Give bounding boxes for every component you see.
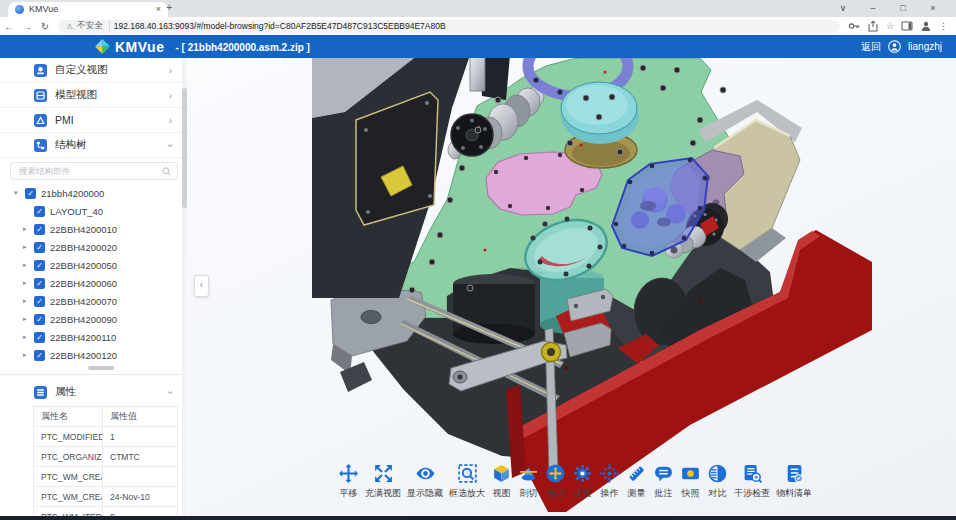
settings-icon [572,463,593,484]
side-panel-icon[interactable] [901,20,913,32]
tool-compare[interactable]: 对比 [707,463,728,500]
tree-item-label: 22BBH4200050 [50,260,117,271]
property-name: PTC_WM_CREATED_... [34,487,103,507]
chevron-down-icon: › [165,390,176,393]
tool-annotate[interactable]: 批注 [653,463,674,500]
caret-right-icon[interactable]: ▸ [23,225,32,233]
checkbox-checked-icon[interactable]: ✓ [34,332,45,343]
tool-section[interactable]: 剖切 [518,463,539,500]
tree-item[interactable]: ▸ ✓ 22BBH4200010 [0,220,188,238]
new-tab-button[interactable]: + [166,1,172,13]
search-input[interactable] [17,165,162,177]
sidebar-item-structure-tree[interactable]: 结构树 › [0,133,188,158]
password-key-icon[interactable] [848,20,860,32]
app-header: KMVue - [ 21bbh4200000.asm.2.zip ] 返回 li… [0,35,956,58]
window-menu-icon[interactable]: ∨ [828,0,858,17]
property-value: 1 [103,427,178,447]
vertical-scrollbar-thumb[interactable] [182,88,187,208]
tool-drag[interactable]: 拖动 [545,463,566,500]
tree-item[interactable]: ▸ ✓ 22BBH4200050 [0,256,188,274]
fit-view-icon [373,463,394,484]
checkbox-checked-icon[interactable]: ✓ [34,350,45,361]
tree-item[interactable]: ▸ ✓ 22BBH4200070 [0,292,188,310]
properties-icon [34,386,47,399]
caret-right-icon[interactable]: ▸ [23,297,32,305]
pmi-icon [34,114,47,127]
sidebar-item-model-views[interactable]: 模型视图 › [0,83,188,108]
username-label: liangzhj [908,41,942,52]
tool-measure[interactable]: 测量 [626,463,647,500]
caret-right-icon[interactable]: ▸ [23,279,32,287]
sidebar-collapse-button[interactable]: ‹ [194,275,209,297]
tree-item-label: LAYOUT_40 [50,206,103,217]
tool-snapshot[interactable]: 快照 [680,463,701,500]
checkbox-checked-icon[interactable]: ✓ [34,224,45,235]
tool-settings[interactable]: 设置 [572,463,593,500]
tree-item-label: 22BBH4200010 [50,224,117,235]
browser-tab[interactable]: KMVue × [8,2,168,17]
checkbox-checked-icon[interactable]: ✓ [34,260,45,271]
tree-item[interactable]: ▸ ✓ 22BBH4200110 [0,328,188,346]
sidebar-item-label: 结构树 [55,138,161,152]
tree-item[interactable]: ▸ ✓ 22BBH4200020 [0,238,188,256]
tree-item[interactable]: ▾ ✓ 21bbh4200000 [0,184,188,202]
tool-interference-check[interactable]: 干涉检查 [734,463,770,500]
bottom-edge-bar [0,516,956,520]
share-icon[interactable] [867,20,879,32]
cad-model[interactable] [188,58,956,516]
tool-fit-view[interactable]: 充满视图 [365,463,401,500]
tool-operate[interactable]: 操作 [599,463,620,500]
chevron-down-icon: › [165,143,176,146]
bookmark-star-icon[interactable]: ☆ [886,21,894,31]
tool-box-zoom[interactable]: 框选放大 [449,463,485,500]
structure-tree-icon [34,139,47,152]
tree-item[interactable]: ▸ ✓ 22BBH4200090 [0,310,188,328]
sidebar-item-pmi[interactable]: PMI › [0,108,188,133]
tool-pan[interactable]: 平移 [338,463,359,500]
caret-right-icon[interactable]: ▸ [23,243,32,251]
kmvue-favicon [15,5,24,14]
properties-section-header[interactable]: 属性 › [0,380,188,404]
tab-close-icon[interactable]: × [156,2,161,17]
tree-item[interactable]: ✓ LAYOUT_40 [0,202,188,220]
tool-show-hide[interactable]: 显示隐藏 [407,463,443,500]
property-value: 24-Nov-10 [103,487,178,507]
tree-item[interactable]: ▸ ✓ 22BBH4200060 [0,274,188,292]
caret-right-icon[interactable]: ▸ [23,315,32,323]
window-maximize-icon[interactable]: □ [888,0,918,17]
open-file-title: - [ 21bbh4200000.asm.2.zip ] [175,42,310,53]
checkbox-checked-icon[interactable]: ✓ [34,242,45,253]
sidebar-item-custom-views[interactable]: 自定义视图 › [0,58,188,83]
snapshot-icon [680,463,701,484]
app-logo: KMVue - [ 21bbh4200000.asm.2.zip ] [95,39,310,55]
back-icon[interactable]: ← [0,21,18,32]
window-minimize-icon[interactable]: – [858,0,888,17]
caret-down-icon[interactable]: ▾ [14,189,23,197]
user-avatar-icon[interactable] [888,40,901,53]
window-close-icon[interactable]: × [918,0,948,17]
chevron-right-icon: › [169,115,172,126]
caret-right-icon[interactable]: ▸ [23,351,32,359]
checkbox-checked-icon[interactable]: ✓ [34,314,45,325]
profile-avatar-icon[interactable] [920,20,932,32]
url-field[interactable]: ⚠ 不安全 192.168.40.163:9093/#/model-browsi… [58,20,840,33]
not-secure-warning-icon: ⚠ [66,20,73,33]
operate-icon [599,463,620,484]
search-box[interactable] [10,162,178,180]
sidebar-item-label: PMI [55,114,161,126]
checkbox-checked-icon[interactable]: ✓ [34,278,45,289]
tool-bom[interactable]: 物料清单 [776,463,812,500]
tree-item[interactable]: ▸ ✓ 22BBH4200120 [0,346,188,364]
tool-views[interactable]: 视图 [491,463,512,500]
table-header-row: 属性名 属性值 [34,407,178,427]
horizontal-scrollbar-thumb[interactable] [88,366,114,370]
checkbox-checked-icon[interactable]: ✓ [25,188,36,199]
browser-menu-icon[interactable]: ⋮ [939,21,948,31]
return-button[interactable]: 返回 [861,40,881,54]
checkbox-checked-icon[interactable]: ✓ [34,296,45,307]
reload-icon[interactable]: ↻ [36,21,54,32]
caret-right-icon[interactable]: ▸ [23,333,32,341]
caret-right-icon[interactable]: ▸ [23,261,32,269]
checkbox-checked-icon[interactable]: ✓ [34,206,45,217]
forward-icon[interactable]: → [18,21,36,32]
